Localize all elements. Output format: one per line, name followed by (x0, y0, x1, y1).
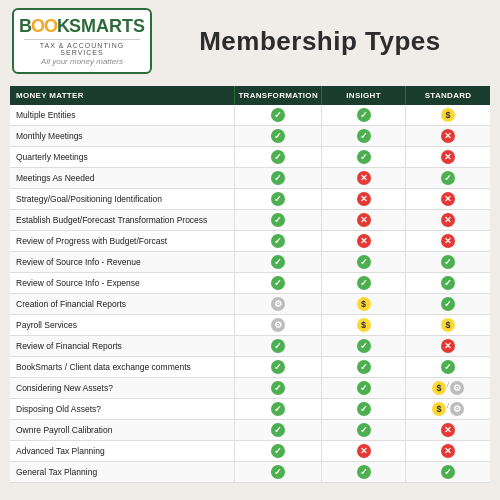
x-icon: ✕ (441, 423, 455, 437)
table-row: Review of Source Info - Revenue ✓ ✓ ✓ (10, 252, 490, 273)
logo-smarts-text: SMARTS (69, 16, 145, 37)
table-row: Strategy/Goal/Positioning Identification… (10, 189, 490, 210)
transformation-cell: ✓ (235, 357, 322, 378)
table-row: Review of Financial Reports ✓ ✓ ✕ (10, 336, 490, 357)
insight-cell: ✓ (321, 336, 405, 357)
x-icon: ✕ (441, 444, 455, 458)
standard-cell: ✓ (406, 462, 490, 483)
dollar-icon: $ (357, 318, 371, 332)
table-row: Advanced Tax Planning ✓ ✕ ✕ (10, 441, 490, 462)
row-label: Ownre Payroll Calibration (10, 420, 235, 441)
check-icon: ✓ (271, 213, 285, 227)
page: BOOK SMARTS TAX & ACCOUNTING SERVICES Al… (0, 0, 500, 500)
transformation-cell: ✓ (235, 336, 322, 357)
insight-cell: ✓ (321, 378, 405, 399)
standard-cell: ✕ (406, 441, 490, 462)
transformation-cell: ⚙ (235, 315, 322, 336)
x-icon: ✕ (441, 213, 455, 227)
check-icon: ✓ (271, 150, 285, 164)
logo-sub-text: TAX & ACCOUNTING SERVICES (24, 39, 140, 56)
standard-cell: ✓ (406, 168, 490, 189)
table-row: Considering New Assets? ✓ ✓ $/⚙ (10, 378, 490, 399)
standard-cell: ✕ (406, 231, 490, 252)
transformation-cell: ✓ (235, 399, 322, 420)
table-row: Quarterly Meetings ✓ ✓ ✕ (10, 147, 490, 168)
standard-cell: ✕ (406, 147, 490, 168)
standard-cell: $ (406, 315, 490, 336)
check-icon: ✓ (271, 234, 285, 248)
standard-cell: ✓ (406, 357, 490, 378)
logo-box: BOOK SMARTS TAX & ACCOUNTING SERVICES Al… (12, 8, 152, 74)
table-row: Multiple Entities ✓ ✓ $ (10, 105, 490, 126)
table-row: Monthly Meetings ✓ ✓ ✕ (10, 126, 490, 147)
check-icon: ✓ (271, 402, 285, 416)
insight-cell: $ (321, 315, 405, 336)
row-label: Meetings As Needed (10, 168, 235, 189)
standard-cell: ✕ (406, 189, 490, 210)
check-icon: ✓ (271, 192, 285, 206)
standard-cell: ✕ (406, 336, 490, 357)
transformation-cell: ✓ (235, 378, 322, 399)
transformation-cell: ✓ (235, 462, 322, 483)
x-icon: ✕ (441, 234, 455, 248)
table-row: General Tax Planning ✓ ✓ ✓ (10, 462, 490, 483)
check-icon: ✓ (357, 381, 371, 395)
standard-cell: ✕ (406, 210, 490, 231)
row-label: Considering New Assets? (10, 378, 235, 399)
standard-cell: $ (406, 105, 490, 126)
check-icon: ✓ (357, 402, 371, 416)
check-icon: ✓ (271, 465, 285, 479)
dollar-icon: $ (441, 318, 455, 332)
table-row: Creation of Financial Reports ⚙ $ ✓ (10, 294, 490, 315)
check-icon: ✓ (271, 255, 285, 269)
dollar-icon: $ (357, 297, 371, 311)
transformation-cell: ✓ (235, 273, 322, 294)
gear-icon: ⚙ (450, 402, 464, 416)
transformation-cell: ✓ (235, 210, 322, 231)
row-label: Strategy/Goal/Positioning Identification (10, 189, 235, 210)
insight-cell: ✓ (321, 147, 405, 168)
transformation-cell: ✓ (235, 147, 322, 168)
transformation-cell: ✓ (235, 189, 322, 210)
insight-cell: ✕ (321, 441, 405, 462)
row-label: Review of Source Info - Expense (10, 273, 235, 294)
col-transformation: TRANSFORMATION (235, 86, 322, 105)
check-icon: ✓ (357, 276, 371, 290)
x-icon: ✕ (357, 234, 371, 248)
x-icon: ✕ (441, 129, 455, 143)
insight-cell: ✓ (321, 420, 405, 441)
check-icon: ✓ (271, 381, 285, 395)
x-icon: ✕ (441, 150, 455, 164)
insight-cell: ✓ (321, 357, 405, 378)
x-icon: ✕ (357, 171, 371, 185)
x-icon: ✕ (357, 213, 371, 227)
col-money-matter: MONEY MATTER (10, 86, 235, 105)
insight-cell: ✓ (321, 399, 405, 420)
dollar-icon: $ (441, 108, 455, 122)
check-icon: ✓ (271, 444, 285, 458)
row-label: Multiple Entities (10, 105, 235, 126)
gear-icon: ⚙ (271, 297, 285, 311)
table-row: Review of Progress with Budget/Forcast ✓… (10, 231, 490, 252)
logo-book-text: BOOK (19, 16, 69, 37)
check-icon: ✓ (357, 150, 371, 164)
check-icon: ✓ (271, 423, 285, 437)
table-row: Disposing Old Assets? ✓ ✓ $/⚙ (10, 399, 490, 420)
insight-cell: ✓ (321, 252, 405, 273)
combo-icon: $/⚙ (432, 402, 464, 416)
row-label: Disposing Old Assets? (10, 399, 235, 420)
standard-cell: $/⚙ (406, 399, 490, 420)
table-header-row: MONEY MATTER TRANSFORMATION INSIGHT STAN… (10, 86, 490, 105)
insight-cell: ✕ (321, 210, 405, 231)
combo-icon: $/⚙ (432, 381, 464, 395)
row-label: BookSmarts / Client data exchange commen… (10, 357, 235, 378)
row-label: Review of Progress with Budget/Forcast (10, 231, 235, 252)
transformation-cell: ✓ (235, 105, 322, 126)
standard-cell: ✕ (406, 420, 490, 441)
check-icon: ✓ (271, 129, 285, 143)
dollar-icon: $ (432, 381, 446, 395)
check-icon: ✓ (271, 360, 285, 374)
standard-cell: $/⚙ (406, 378, 490, 399)
insight-cell: ✓ (321, 126, 405, 147)
x-icon: ✕ (357, 192, 371, 206)
